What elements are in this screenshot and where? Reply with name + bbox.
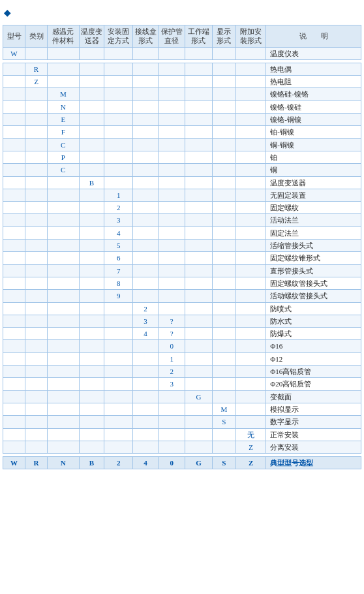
cell xyxy=(79,214,104,227)
header-addon: 附加安装形式 xyxy=(236,25,266,48)
cell xyxy=(3,302,25,315)
cell xyxy=(48,76,80,88)
cell xyxy=(212,114,235,126)
table-row: 4固定法兰 xyxy=(3,227,361,239)
cell: 变截面 xyxy=(266,390,361,403)
cell xyxy=(48,176,80,189)
cell xyxy=(3,352,25,365)
cell xyxy=(25,101,48,113)
cell: 热电阻 xyxy=(266,76,361,88)
cell xyxy=(48,403,80,415)
cell xyxy=(25,47,48,59)
cell xyxy=(133,252,159,264)
cell xyxy=(79,366,104,378)
cell xyxy=(159,240,185,252)
cell xyxy=(48,390,80,403)
cell xyxy=(159,47,185,59)
cell xyxy=(48,378,80,390)
cell: 3 xyxy=(159,378,185,390)
cell xyxy=(25,202,48,214)
table-row: N镍铬-镍硅 xyxy=(3,101,361,113)
cell xyxy=(159,88,185,101)
cell xyxy=(159,76,185,88)
cell xyxy=(133,290,159,302)
cell: 2 xyxy=(133,302,159,315)
cell xyxy=(159,290,185,302)
table-row: M镍铬硅-镍铬 xyxy=(3,88,361,101)
cell xyxy=(104,47,133,59)
cell xyxy=(236,352,266,365)
cell xyxy=(79,227,104,239)
cell: 2 xyxy=(104,457,133,469)
table-row: 9活动螺纹管接头式 xyxy=(3,290,361,302)
cell xyxy=(3,441,25,453)
table-row: Z分离安装 xyxy=(3,441,361,453)
cell: E xyxy=(48,114,80,126)
cell: 直形管接头式 xyxy=(266,264,361,277)
table-row: WRNB240GSZ典型型号选型 xyxy=(3,457,361,469)
cell: N xyxy=(48,457,80,469)
cell: 3 xyxy=(133,315,159,327)
cell xyxy=(3,101,25,113)
cell: Z xyxy=(236,441,266,453)
cell xyxy=(48,227,80,239)
cell: C xyxy=(48,138,80,151)
cell: 镍铬硅-镍铬 xyxy=(266,88,361,101)
cell: 温度仪表 xyxy=(266,47,361,59)
cell xyxy=(212,214,235,227)
cell xyxy=(48,277,80,289)
cell: Φ20高铝质管 xyxy=(266,378,361,390)
cell xyxy=(133,277,159,289)
cell xyxy=(3,189,25,201)
cell xyxy=(104,63,133,75)
cell xyxy=(25,403,48,415)
cell: 5 xyxy=(104,240,133,252)
cell xyxy=(133,352,159,365)
cell: 分离安装 xyxy=(266,441,361,453)
cell xyxy=(159,202,185,214)
cell xyxy=(212,302,235,315)
cell xyxy=(185,366,212,378)
cell xyxy=(48,340,80,352)
table-row: 6固定螺纹锥形式 xyxy=(3,252,361,264)
cell xyxy=(133,227,159,239)
cell xyxy=(79,264,104,277)
cell xyxy=(79,101,104,113)
cell xyxy=(25,378,48,390)
cell xyxy=(185,47,212,59)
cell xyxy=(48,352,80,365)
cell xyxy=(3,76,25,88)
cell xyxy=(185,340,212,352)
table-row: 7直形管接头式 xyxy=(3,264,361,277)
cell xyxy=(104,328,133,340)
table-row: W温度仪表 xyxy=(3,47,361,59)
cell xyxy=(212,47,235,59)
cell xyxy=(185,227,212,239)
cell: 3 xyxy=(104,214,133,227)
cell xyxy=(104,176,133,189)
cell xyxy=(25,441,48,453)
cell: B xyxy=(79,176,104,189)
cell xyxy=(25,390,48,403)
cell xyxy=(212,352,235,365)
cell xyxy=(79,76,104,88)
cell xyxy=(104,416,133,428)
cell xyxy=(212,126,235,138)
cell xyxy=(3,277,25,289)
cell xyxy=(133,214,159,227)
cell xyxy=(212,176,235,189)
cell: 活动螺纹管接头式 xyxy=(266,290,361,302)
cell xyxy=(48,315,80,327)
cell xyxy=(212,277,235,289)
cell: 活动法兰 xyxy=(266,214,361,227)
cell xyxy=(185,290,212,302)
cell xyxy=(3,214,25,227)
cell xyxy=(212,164,235,176)
cell xyxy=(185,101,212,113)
cell xyxy=(212,378,235,390)
cell xyxy=(212,240,235,252)
cell xyxy=(25,189,48,201)
cell xyxy=(133,176,159,189)
cell: F xyxy=(48,126,80,138)
cell xyxy=(25,227,48,239)
